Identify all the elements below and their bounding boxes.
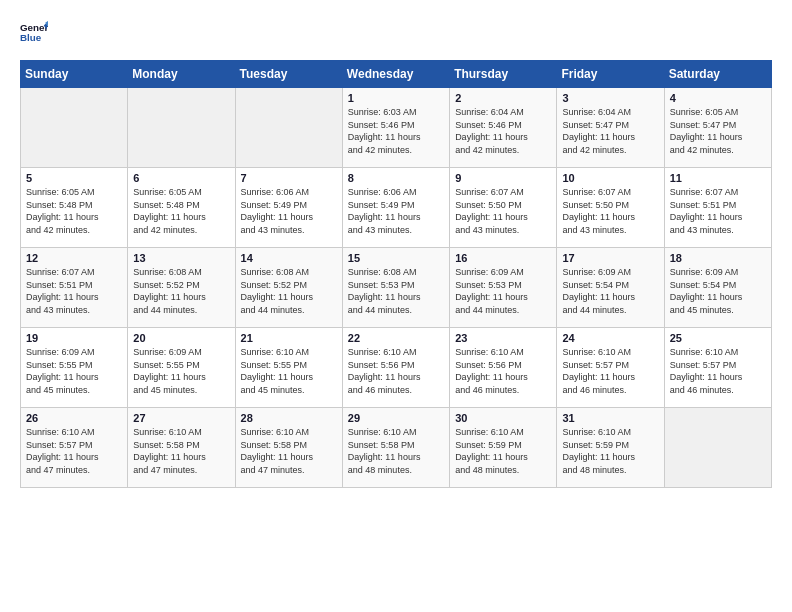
day-info: Sunrise: 6:06 AM Sunset: 5:49 PM Dayligh…: [241, 186, 337, 236]
week-row-1: 1Sunrise: 6:03 AM Sunset: 5:46 PM Daylig…: [21, 88, 772, 168]
day-cell: 22Sunrise: 6:10 AM Sunset: 5:56 PM Dayli…: [342, 328, 449, 408]
day-number: 25: [670, 332, 766, 344]
day-cell: 15Sunrise: 6:08 AM Sunset: 5:53 PM Dayli…: [342, 248, 449, 328]
day-cell: 7Sunrise: 6:06 AM Sunset: 5:49 PM Daylig…: [235, 168, 342, 248]
day-info: Sunrise: 6:07 AM Sunset: 5:50 PM Dayligh…: [562, 186, 658, 236]
day-info: Sunrise: 6:10 AM Sunset: 5:58 PM Dayligh…: [133, 426, 229, 476]
day-cell: 16Sunrise: 6:09 AM Sunset: 5:53 PM Dayli…: [450, 248, 557, 328]
day-number: 18: [670, 252, 766, 264]
day-cell: 13Sunrise: 6:08 AM Sunset: 5:52 PM Dayli…: [128, 248, 235, 328]
day-number: 20: [133, 332, 229, 344]
day-info: Sunrise: 6:07 AM Sunset: 5:51 PM Dayligh…: [670, 186, 766, 236]
day-info: Sunrise: 6:04 AM Sunset: 5:47 PM Dayligh…: [562, 106, 658, 156]
day-cell: 20Sunrise: 6:09 AM Sunset: 5:55 PM Dayli…: [128, 328, 235, 408]
day-info: Sunrise: 6:05 AM Sunset: 5:48 PM Dayligh…: [26, 186, 122, 236]
day-info: Sunrise: 6:10 AM Sunset: 5:58 PM Dayligh…: [241, 426, 337, 476]
day-number: 4: [670, 92, 766, 104]
day-number: 24: [562, 332, 658, 344]
header-cell-saturday: Saturday: [664, 61, 771, 88]
logo: General Blue: [20, 20, 52, 48]
logo-icon: General Blue: [20, 20, 48, 48]
day-number: 15: [348, 252, 444, 264]
day-number: 17: [562, 252, 658, 264]
day-cell: 5Sunrise: 6:05 AM Sunset: 5:48 PM Daylig…: [21, 168, 128, 248]
day-info: Sunrise: 6:10 AM Sunset: 5:56 PM Dayligh…: [348, 346, 444, 396]
day-cell: 3Sunrise: 6:04 AM Sunset: 5:47 PM Daylig…: [557, 88, 664, 168]
header-cell-wednesday: Wednesday: [342, 61, 449, 88]
day-number: 8: [348, 172, 444, 184]
day-number: 5: [26, 172, 122, 184]
day-number: 11: [670, 172, 766, 184]
day-info: Sunrise: 6:08 AM Sunset: 5:52 PM Dayligh…: [133, 266, 229, 316]
day-info: Sunrise: 6:09 AM Sunset: 5:54 PM Dayligh…: [562, 266, 658, 316]
day-number: 7: [241, 172, 337, 184]
day-cell: 30Sunrise: 6:10 AM Sunset: 5:59 PM Dayli…: [450, 408, 557, 488]
day-number: 21: [241, 332, 337, 344]
header-cell-tuesday: Tuesday: [235, 61, 342, 88]
day-number: 3: [562, 92, 658, 104]
header-row: SundayMondayTuesdayWednesdayThursdayFrid…: [21, 61, 772, 88]
header: General Blue: [20, 20, 772, 48]
day-number: 6: [133, 172, 229, 184]
day-number: 23: [455, 332, 551, 344]
day-info: Sunrise: 6:09 AM Sunset: 5:55 PM Dayligh…: [26, 346, 122, 396]
page: General Blue SundayMondayTuesday: [0, 0, 792, 498]
day-cell: 26Sunrise: 6:10 AM Sunset: 5:57 PM Dayli…: [21, 408, 128, 488]
day-number: 28: [241, 412, 337, 424]
day-cell: [664, 408, 771, 488]
day-cell: 31Sunrise: 6:10 AM Sunset: 5:59 PM Dayli…: [557, 408, 664, 488]
day-number: 2: [455, 92, 551, 104]
header-cell-sunday: Sunday: [21, 61, 128, 88]
week-row-5: 26Sunrise: 6:10 AM Sunset: 5:57 PM Dayli…: [21, 408, 772, 488]
day-number: 16: [455, 252, 551, 264]
day-info: Sunrise: 6:07 AM Sunset: 5:51 PM Dayligh…: [26, 266, 122, 316]
header-cell-monday: Monday: [128, 61, 235, 88]
day-cell: [235, 88, 342, 168]
day-cell: 18Sunrise: 6:09 AM Sunset: 5:54 PM Dayli…: [664, 248, 771, 328]
day-number: 10: [562, 172, 658, 184]
day-number: 9: [455, 172, 551, 184]
day-info: Sunrise: 6:05 AM Sunset: 5:47 PM Dayligh…: [670, 106, 766, 156]
day-cell: [21, 88, 128, 168]
day-number: 29: [348, 412, 444, 424]
day-cell: 21Sunrise: 6:10 AM Sunset: 5:55 PM Dayli…: [235, 328, 342, 408]
day-number: 1: [348, 92, 444, 104]
day-number: 26: [26, 412, 122, 424]
day-number: 22: [348, 332, 444, 344]
week-row-4: 19Sunrise: 6:09 AM Sunset: 5:55 PM Dayli…: [21, 328, 772, 408]
day-number: 12: [26, 252, 122, 264]
day-info: Sunrise: 6:09 AM Sunset: 5:53 PM Dayligh…: [455, 266, 551, 316]
day-cell: [128, 88, 235, 168]
day-cell: 4Sunrise: 6:05 AM Sunset: 5:47 PM Daylig…: [664, 88, 771, 168]
day-info: Sunrise: 6:10 AM Sunset: 5:56 PM Dayligh…: [455, 346, 551, 396]
day-info: Sunrise: 6:05 AM Sunset: 5:48 PM Dayligh…: [133, 186, 229, 236]
day-info: Sunrise: 6:10 AM Sunset: 5:59 PM Dayligh…: [562, 426, 658, 476]
header-cell-thursday: Thursday: [450, 61, 557, 88]
day-info: Sunrise: 6:08 AM Sunset: 5:53 PM Dayligh…: [348, 266, 444, 316]
day-cell: 27Sunrise: 6:10 AM Sunset: 5:58 PM Dayli…: [128, 408, 235, 488]
day-cell: 10Sunrise: 6:07 AM Sunset: 5:50 PM Dayli…: [557, 168, 664, 248]
day-cell: 6Sunrise: 6:05 AM Sunset: 5:48 PM Daylig…: [128, 168, 235, 248]
day-cell: 2Sunrise: 6:04 AM Sunset: 5:46 PM Daylig…: [450, 88, 557, 168]
day-info: Sunrise: 6:10 AM Sunset: 5:57 PM Dayligh…: [562, 346, 658, 396]
day-cell: 12Sunrise: 6:07 AM Sunset: 5:51 PM Dayli…: [21, 248, 128, 328]
day-info: Sunrise: 6:03 AM Sunset: 5:46 PM Dayligh…: [348, 106, 444, 156]
day-info: Sunrise: 6:10 AM Sunset: 5:59 PM Dayligh…: [455, 426, 551, 476]
day-info: Sunrise: 6:10 AM Sunset: 5:58 PM Dayligh…: [348, 426, 444, 476]
day-cell: 11Sunrise: 6:07 AM Sunset: 5:51 PM Dayli…: [664, 168, 771, 248]
day-info: Sunrise: 6:08 AM Sunset: 5:52 PM Dayligh…: [241, 266, 337, 316]
day-info: Sunrise: 6:10 AM Sunset: 5:57 PM Dayligh…: [670, 346, 766, 396]
day-number: 30: [455, 412, 551, 424]
day-cell: 24Sunrise: 6:10 AM Sunset: 5:57 PM Dayli…: [557, 328, 664, 408]
day-number: 13: [133, 252, 229, 264]
day-number: 27: [133, 412, 229, 424]
day-cell: 29Sunrise: 6:10 AM Sunset: 5:58 PM Dayli…: [342, 408, 449, 488]
day-number: 14: [241, 252, 337, 264]
day-number: 19: [26, 332, 122, 344]
day-number: 31: [562, 412, 658, 424]
day-info: Sunrise: 6:10 AM Sunset: 5:57 PM Dayligh…: [26, 426, 122, 476]
day-cell: 8Sunrise: 6:06 AM Sunset: 5:49 PM Daylig…: [342, 168, 449, 248]
day-info: Sunrise: 6:09 AM Sunset: 5:54 PM Dayligh…: [670, 266, 766, 316]
day-info: Sunrise: 6:04 AM Sunset: 5:46 PM Dayligh…: [455, 106, 551, 156]
header-cell-friday: Friday: [557, 61, 664, 88]
